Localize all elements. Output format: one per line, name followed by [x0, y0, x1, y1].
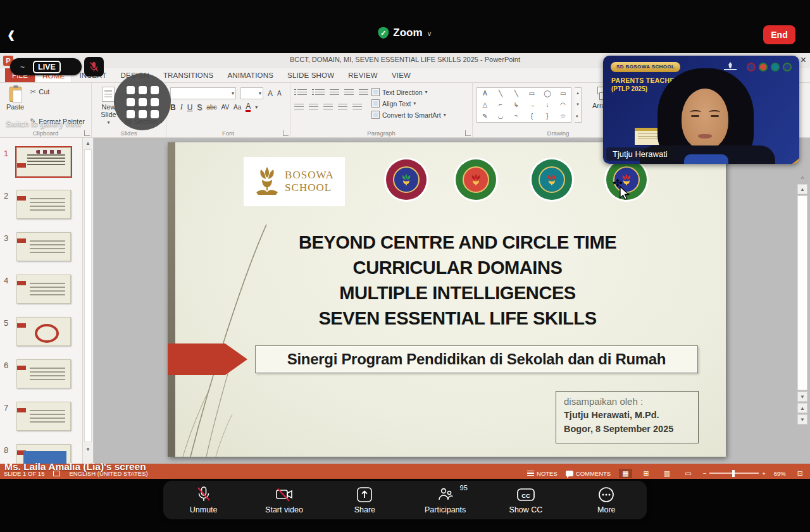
- back-icon[interactable]: ‹: [8, 20, 15, 47]
- scroll-down-icon[interactable]: ▼: [797, 392, 807, 402]
- slide-thumbnail-5[interactable]: 5: [4, 317, 80, 346]
- shape-icon[interactable]: ↳: [513, 102, 518, 108]
- comments-button[interactable]: COMMENTS: [566, 470, 611, 477]
- slide-thumbnail-1[interactable]: 1: [4, 147, 80, 176]
- share-button[interactable]: Share: [325, 481, 405, 519]
- shape-icon[interactable]: ✎: [482, 113, 487, 120]
- next-slide-icon[interactable]: ▼: [797, 414, 807, 424]
- participants-button[interactable]: 95 Participants: [405, 481, 485, 519]
- zoom-slider[interactable]: − +: [703, 470, 766, 477]
- strikethrough-button[interactable]: abc: [206, 104, 216, 111]
- font-dialog-launcher[interactable]: [283, 130, 289, 136]
- justify-icon[interactable]: [338, 104, 347, 111]
- zoom-percentage[interactable]: 69%: [774, 470, 786, 477]
- zoom-slider-knob[interactable]: [732, 470, 735, 477]
- shape-icon[interactable]: ▭: [529, 90, 535, 97]
- slide-thumbnail-2[interactable]: 2: [4, 190, 80, 219]
- fit-to-window-button[interactable]: ⊡: [794, 469, 806, 478]
- font-name-combobox[interactable]: ▾: [170, 87, 236, 99]
- align-right-icon[interactable]: [323, 104, 333, 111]
- shape-icon[interactable]: ◠: [560, 102, 566, 108]
- shapes-scroll-up-icon[interactable]: ▲: [576, 91, 580, 95]
- shapes-more-icon[interactable]: ▾: [576, 114, 580, 119]
- text-shadow-button[interactable]: S: [197, 103, 202, 112]
- change-case-button[interactable]: Aa: [234, 104, 241, 111]
- slides-group-label: Slides: [92, 130, 166, 137]
- shape-icon[interactable]: {: [531, 113, 533, 120]
- slide-thumbnail-7[interactable]: 7: [4, 402, 80, 431]
- shapes-scroll-down-icon[interactable]: ▼: [576, 102, 580, 106]
- scroll-down-icon[interactable]: ▼: [83, 447, 93, 452]
- scroll-up-icon[interactable]: ▲: [797, 184, 807, 194]
- align-center-icon[interactable]: [309, 104, 318, 111]
- shape-icon[interactable]: ╲: [514, 90, 518, 97]
- scroll-up-icon[interactable]: ▲: [83, 140, 93, 146]
- unmute-button[interactable]: Unmute: [163, 481, 244, 519]
- character-spacing-button[interactable]: AV: [221, 104, 229, 111]
- reading-view-button[interactable]: ▥: [661, 469, 673, 478]
- shapes-gallery[interactable]: A ╲ ╲ ▭ ◯ ▭ △ ⌐ ↳ → ↓ ◠ ✎ ◡ ~ { }: [477, 87, 571, 123]
- decrease-indent-icon[interactable]: [330, 89, 339, 97]
- shape-icon[interactable]: ⌐: [499, 102, 502, 108]
- meeting-title-dropdown[interactable]: ✓ Zoom ∨: [378, 27, 432, 39]
- shape-icon[interactable]: ◡: [498, 113, 504, 120]
- convert-smartart-button[interactable]: Convert to SmartArt ▾: [371, 110, 446, 120]
- thumbnail-scrollbar[interactable]: ▲ ▼: [82, 138, 93, 464]
- show-cc-button[interactable]: CC Show CC: [485, 481, 566, 519]
- tab-animations[interactable]: ANIMATIONS: [220, 68, 280, 82]
- shape-icon[interactable]: ◯: [544, 90, 551, 97]
- scrollbar-track[interactable]: [797, 195, 807, 390]
- scrollbar-track[interactable]: [84, 149, 92, 442]
- shape-icon[interactable]: }: [546, 113, 548, 120]
- end-meeting-button[interactable]: End: [763, 25, 795, 44]
- tab-slide-show[interactable]: SLIDE SHOW: [280, 68, 341, 82]
- zoom-out-icon[interactable]: −: [703, 470, 707, 477]
- shape-icon[interactable]: ☆: [560, 113, 566, 120]
- start-video-button[interactable]: Start video: [244, 481, 324, 519]
- slide-thumbnail-3[interactable]: 3: [4, 232, 80, 261]
- font-color-button[interactable]: A: [246, 103, 251, 112]
- paragraph-dialog-launcher[interactable]: [465, 130, 471, 136]
- clipboard-dialog-launcher[interactable]: [84, 130, 90, 136]
- underline-button[interactable]: U: [187, 103, 193, 112]
- document-scrollbar[interactable]: ^ ▲ ▼ ▲ ▼: [797, 176, 808, 460]
- slide-sorter-view-button[interactable]: ⊞: [640, 469, 652, 478]
- grow-font-button[interactable]: A: [268, 89, 273, 98]
- bold-button[interactable]: B: [170, 103, 176, 112]
- shape-icon[interactable]: →: [528, 102, 535, 108]
- bullets-icon[interactable]: [297, 89, 307, 97]
- tab-view[interactable]: VIEW: [385, 68, 418, 82]
- shape-icon[interactable]: △: [482, 102, 487, 108]
- notes-button[interactable]: NOTES: [527, 470, 558, 477]
- cut-button[interactable]: ✂ Cut: [30, 87, 85, 97]
- shape-icon[interactable]: ╲: [499, 90, 502, 97]
- columns-icon[interactable]: [352, 104, 362, 111]
- zoom-in-icon[interactable]: +: [762, 470, 766, 477]
- increase-indent-icon[interactable]: [344, 89, 354, 97]
- font-size-combobox[interactable]: ▾: [240, 87, 263, 99]
- more-button[interactable]: More: [566, 481, 647, 519]
- numbering-icon[interactable]: [315, 89, 325, 97]
- collapse-icon[interactable]: ^: [797, 176, 808, 183]
- shape-icon[interactable]: A: [483, 90, 487, 97]
- gallery-view-button[interactable]: [114, 73, 171, 130]
- normal-view-button[interactable]: ▦: [619, 469, 632, 478]
- slideshow-view-button[interactable]: ▭: [682, 469, 694, 478]
- shrink-font-button[interactable]: A: [277, 90, 282, 97]
- slide-canvas[interactable]: BOSOWA SCHOOL: [168, 142, 726, 457]
- tab-transitions[interactable]: TRANSITIONS: [156, 68, 221, 82]
- shape-icon[interactable]: ~: [514, 113, 518, 120]
- previous-slide-icon[interactable]: ▲: [797, 403, 807, 413]
- slide-thumbnail-6[interactable]: 6: [4, 359, 80, 388]
- window-close-icon[interactable]: ×: [801, 54, 806, 66]
- shape-icon[interactable]: ▭: [560, 90, 566, 97]
- line-spacing-icon[interactable]: [359, 89, 368, 97]
- text-direction-button[interactable]: Text Direction ▾: [371, 87, 446, 97]
- participant-video-tile[interactable]: SD BOSOWA SCHOOL PARENTS TEACHERS LEA (P…: [603, 56, 799, 164]
- slide-thumbnail-4[interactable]: 4: [4, 275, 80, 304]
- align-left-icon[interactable]: [294, 104, 304, 111]
- shape-icon[interactable]: ↓: [545, 102, 549, 108]
- align-text-button[interactable]: Align Text ▾: [371, 99, 446, 108]
- tab-review[interactable]: REVIEW: [341, 68, 385, 82]
- italic-button[interactable]: I: [180, 102, 183, 112]
